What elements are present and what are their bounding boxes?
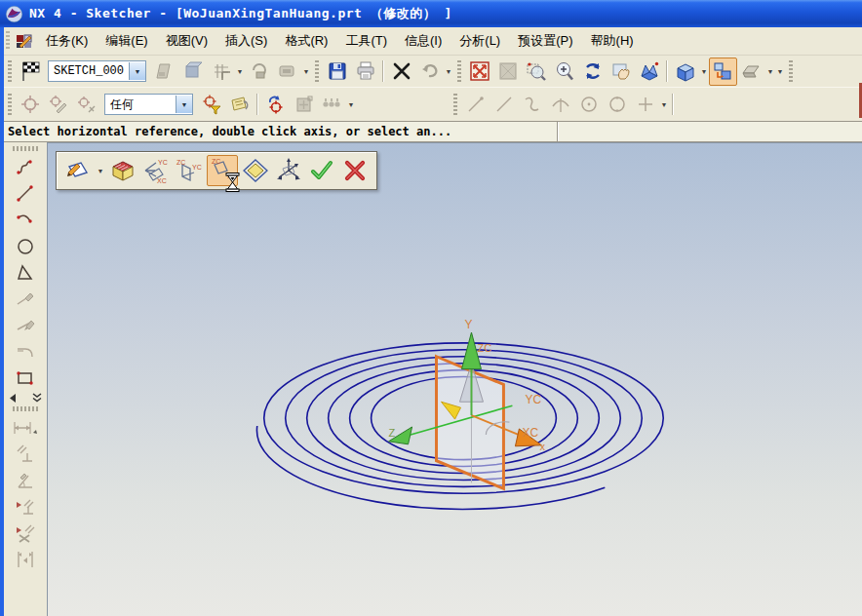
snap-grid-dropdown-icon[interactable]: ▼ (235, 68, 245, 75)
sketch-plane-button[interactable] (62, 155, 94, 186)
undo-dropdown-icon[interactable]: ▼ (444, 68, 453, 75)
save-button[interactable] (323, 58, 351, 86)
perspective-button[interactable] (635, 58, 663, 86)
snapshot-dropdown-icon[interactable]: ▼ (765, 68, 775, 75)
pan-view-button[interactable] (607, 58, 635, 86)
sidebar-arrows (9, 393, 42, 403)
quick-trim-tool-icon (15, 289, 36, 310)
update-model-button[interactable] (245, 58, 273, 86)
zoom-box-button[interactable] (522, 58, 550, 86)
menu-task[interactable]: 任务(K) (37, 28, 97, 54)
polygon-tool-button[interactable] (11, 259, 40, 286)
menu-view[interactable]: 视图(V) (157, 28, 216, 54)
sketch-name-value: SKETCH_000 (49, 64, 129, 78)
reattach-button[interactable] (150, 58, 178, 86)
finish-sketch-button[interactable] (16, 58, 44, 86)
shaded-view-icon (674, 60, 696, 83)
plane-zc-label-top: ZC (212, 158, 220, 165)
toolbar2-overflow-icon[interactable]: ▼ (346, 101, 356, 108)
fit-view-button[interactable] (465, 58, 493, 86)
snapshot-button[interactable] (737, 58, 765, 86)
angle-constraint-icon (15, 470, 36, 491)
undo-icon (419, 60, 441, 82)
zoom-in-out-button[interactable] (550, 58, 578, 86)
plane-zcyc-label-right: YC (192, 164, 202, 171)
orient-sketch-button[interactable] (178, 58, 207, 86)
toolbar1-overflow-icon[interactable]: ▼ (775, 68, 785, 75)
face-select-button[interactable] (107, 155, 138, 186)
sketch-tools-sidebar (4, 142, 47, 616)
sketch-name-combo[interactable]: SKETCH_000 ▼ (48, 60, 146, 82)
plane-disabled-button (290, 91, 318, 119)
arc-tool-button[interactable] (11, 207, 40, 233)
menu-information[interactable]: 信息(I) (396, 28, 451, 54)
y-axis-label: Y (464, 318, 472, 331)
filter-funnel-icon (201, 94, 222, 115)
menu-insert[interactable]: 插入(S) (216, 28, 276, 54)
csys-button[interactable] (273, 155, 304, 186)
plane-zcyc-button[interactable]: ZC YC (174, 155, 205, 186)
plane-ycxc-button[interactable]: YC XC (140, 155, 172, 186)
snap-grid-button[interactable] (207, 58, 235, 86)
rectangle-tool-button[interactable] (11, 365, 40, 391)
prompt-message: Select horizontal reference, double clic… (4, 122, 557, 141)
status-field (559, 122, 862, 141)
shaded-view-button[interactable] (671, 58, 699, 86)
remove-constraints-button (11, 520, 40, 546)
sidebar-grip-2[interactable] (13, 406, 38, 411)
toolbar1-grip-2[interactable] (315, 60, 319, 82)
arc-tool-icon (15, 210, 36, 231)
menu-preferences[interactable]: 预设置(P) (509, 28, 581, 54)
reorient-button[interactable] (261, 91, 290, 119)
curve-toolbar-overflow-icon[interactable]: ▼ (659, 101, 669, 108)
cancel-button[interactable] (339, 155, 371, 186)
toolbar2-grip[interactable] (8, 94, 12, 115)
rotate-view-button[interactable] (578, 58, 607, 86)
spline-curve-button (518, 91, 546, 119)
filter-button[interactable] (197, 91, 225, 119)
print-button[interactable] (351, 58, 379, 86)
note-button[interactable] (225, 91, 254, 119)
main-area: Y ZC YC XC x Z ▼ (4, 142, 862, 616)
spring-spiral-tail[interactable] (256, 426, 605, 509)
sketch-display-button[interactable] (273, 58, 301, 86)
sketch-name-dropdown-icon[interactable]: ▼ (129, 62, 145, 80)
toolbar1-grip[interactable] (8, 60, 12, 82)
shaded-view-dropdown-icon[interactable]: ▼ (699, 68, 709, 75)
pan-view-icon (610, 60, 632, 82)
profile-tool-button[interactable] (11, 154, 40, 180)
menu-format[interactable]: 格式(R) (276, 28, 336, 54)
sidebar-grip[interactable] (13, 146, 38, 151)
orient-view-button[interactable] (709, 58, 737, 86)
expand-chevron-icon[interactable] (32, 393, 42, 403)
delete-button[interactable] (387, 58, 415, 86)
menu-analysis[interactable]: 分析(L) (451, 28, 509, 54)
sketch-plane-dropdown-icon[interactable]: ▼ (96, 168, 105, 174)
datum-plane-button[interactable] (240, 155, 271, 186)
toolbar1-grip-3[interactable] (457, 60, 461, 82)
undo-button[interactable] (415, 58, 444, 86)
plane-zc-button[interactable]: ZC XC (207, 155, 238, 186)
circle-tool-button[interactable] (11, 233, 40, 259)
xc-axis-label: XC (522, 426, 538, 440)
arc-curve-button (546, 91, 574, 119)
toolbar1-grip-4[interactable] (789, 60, 793, 82)
selection-filter-dropdown-icon[interactable]: ▼ (176, 96, 192, 113)
curve-toolbar-grip[interactable] (453, 94, 457, 115)
title-bar[interactable]: NX 4 - Sketcher - [WoJuanXingTanHuang.pr… (0, 0, 862, 27)
quick-extend-tool-icon (15, 315, 36, 336)
graphics-canvas[interactable]: Y ZC YC XC x Z ▼ (47, 142, 862, 616)
menu-tools[interactable]: 工具(T) (336, 28, 396, 54)
sketch-display-dropdown-icon[interactable]: ▼ (301, 68, 311, 75)
menu-edit[interactable]: 编辑(E) (97, 28, 156, 54)
menu-help[interactable]: 帮助(H) (582, 28, 643, 54)
sketch-plane-icon (65, 159, 91, 182)
quick-extend-tool-button (11, 312, 40, 338)
line-tool-button[interactable] (11, 180, 40, 207)
collapse-arrow-icon[interactable] (9, 394, 17, 403)
menu-bar: 任务(K) 编辑(E) 视图(V) 插入(S) 格式(R) 工具(T) 信息(I… (4, 27, 862, 56)
menubar-grip[interactable] (6, 31, 10, 51)
prompt-bar: Select horizontal reference, double clic… (4, 121, 862, 142)
selection-filter-combo[interactable]: 任何 ▼ (104, 94, 193, 115)
ok-button[interactable] (306, 155, 337, 186)
